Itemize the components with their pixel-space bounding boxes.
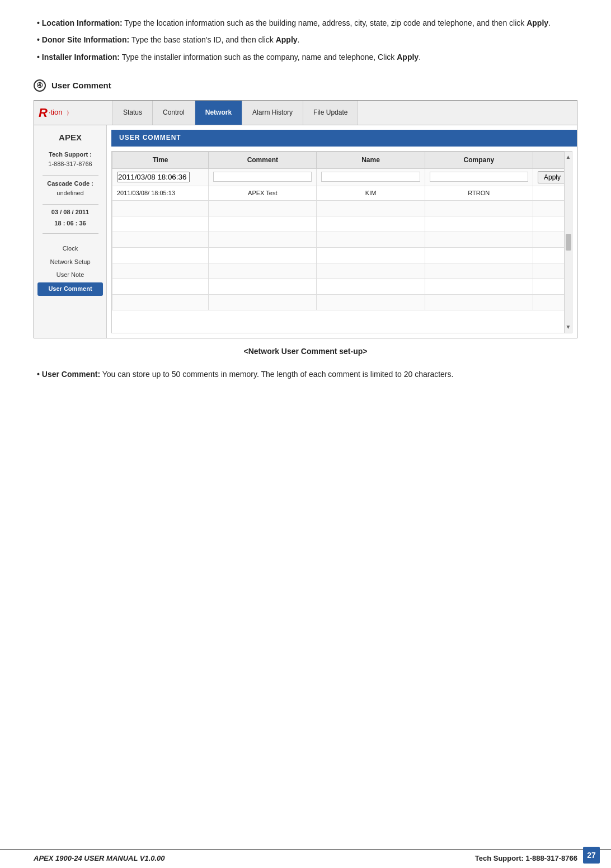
sidebar-item-user-comment[interactable]: User Comment	[37, 282, 102, 296]
comment-table-wrapper: Time Comment Name Company	[111, 151, 572, 334]
name-input[interactable]	[321, 172, 420, 182]
scroll-down-icon[interactable]: ▼	[565, 322, 572, 333]
tab-file-update[interactable]: File Update	[303, 101, 358, 125]
row-comment: APEX Test	[209, 186, 317, 201]
sidebar-cascade-code: Cascade Code : undefined	[47, 179, 93, 197]
row-time: 2011/03/08/ 18:05:13	[112, 186, 209, 201]
table-row-empty-2	[112, 216, 572, 232]
page-number: 27	[583, 847, 600, 864]
bullet-installer-label: Installer Information:	[42, 53, 120, 62]
comment-input[interactable]	[213, 172, 312, 182]
col-company: Company	[425, 152, 533, 168]
nav-tabs: Status Control Network Alarm History Fil…	[112, 101, 577, 125]
top-nav-bar: R ·tion Status Control Network Alarm His…	[34, 101, 577, 125]
sidebar-divider-1	[43, 175, 98, 176]
user-comment-text: You can store up to 50 comments in memor…	[100, 370, 453, 379]
bullet-location-apply: Apply	[527, 18, 548, 27]
sidebar-time: 18 : 06 : 36	[54, 219, 86, 228]
col-time: Time	[112, 152, 209, 168]
tab-control[interactable]: Control	[152, 101, 195, 125]
bullet-donor-label: Donor Site Information:	[42, 35, 129, 44]
panel-body: APEX Tech Support : 1-888-317-8766 Casca…	[34, 125, 577, 338]
bullet-donor-text: Type the base station's ID, and then cli…	[129, 35, 276, 44]
sidebar-divider-3	[43, 233, 98, 234]
table-row-empty-5	[112, 263, 572, 279]
sidebar-nav: Clock Network Setup User Note User Comme…	[34, 243, 106, 295]
table-row-empty-4	[112, 248, 572, 263]
tab-network[interactable]: Network	[195, 101, 242, 125]
tab-status[interactable]: Status	[112, 101, 153, 125]
tab-alarm-history[interactable]: Alarm History	[242, 101, 303, 125]
comment-table: Time Comment Name Company	[112, 152, 572, 311]
bullet-installer-text: Type the installer information such as t…	[120, 53, 397, 62]
logo-wing-icon	[63, 109, 71, 117]
bullet-installer-apply: Apply	[397, 53, 419, 62]
table-header-row: Time Comment Name Company	[112, 152, 572, 168]
sidebar-divider-2	[43, 204, 98, 205]
table-row: 2011/03/08/ 18:05:13 APEX Test KIM RTRON	[112, 186, 572, 201]
input-time-cell	[112, 168, 209, 186]
company-input[interactable]	[430, 172, 528, 182]
footer-right-text: Tech Support: 1-888-317-8766	[475, 853, 577, 865]
section-heading: ④ User Comment	[34, 79, 577, 92]
table-row-empty-7	[112, 295, 572, 310]
col-name: Name	[317, 152, 425, 168]
col-comment: Comment	[209, 152, 317, 168]
bullet-location-text: Type the location information such as th…	[123, 18, 527, 27]
sidebar-tech-support: Tech Support : 1-888-317-8766	[48, 150, 92, 168]
main-content: USER COMMENT Time Comment Name Company	[107, 125, 577, 338]
logo-tion: ·tion	[49, 107, 63, 119]
footer-left-text: APEX 1900-24 USER MANUAL V1.0.00	[34, 853, 165, 865]
sidebar-date: 03 / 08 / 2011	[51, 208, 89, 216]
bullet-donor: Donor Site Information: Type the base st…	[34, 34, 577, 46]
time-input[interactable]	[117, 172, 190, 182]
row-company: RTRON	[425, 186, 533, 201]
logo-r-icon: R	[39, 103, 48, 122]
section-title-text: User Comment	[51, 79, 111, 92]
page-footer: APEX 1900-24 USER MANUAL V1.0.00 Tech Su…	[0, 849, 611, 868]
content-tab-label: USER COMMENT	[111, 130, 577, 146]
bullet-donor-apply: Apply	[276, 35, 298, 44]
section-number: ④	[34, 79, 46, 92]
sidebar-item-user-note[interactable]: User Note	[37, 269, 102, 281]
input-row: Apply	[112, 168, 572, 186]
scrollbar[interactable]: ▲ ▼	[564, 152, 572, 333]
input-comment-cell	[209, 168, 317, 186]
scroll-thumb[interactable]	[566, 234, 571, 251]
sidebar-brand: APEX	[59, 131, 82, 144]
table-row-empty-6	[112, 279, 572, 295]
bullet-location: Location Information: Type the location …	[34, 17, 577, 29]
scroll-up-icon[interactable]: ▲	[565, 152, 572, 163]
row-name: KIM	[317, 186, 425, 201]
bullet-location-label: Location Information:	[42, 18, 123, 27]
ui-panel: R ·tion Status Control Network Alarm His…	[34, 100, 577, 338]
apply-button[interactable]: Apply	[538, 171, 567, 183]
nav-spacer: R ·tion	[34, 101, 112, 125]
input-name-cell	[317, 168, 425, 186]
figure-caption: <Network User Comment set-up>	[34, 345, 577, 357]
bullet-installer: Installer Information: Type the installe…	[34, 51, 577, 63]
user-comment-label: User Comment:	[42, 370, 100, 379]
sidebar-item-network-setup[interactable]: Network Setup	[37, 256, 102, 268]
sidebar-item-clock[interactable]: Clock	[37, 243, 102, 255]
table-row-empty-1	[112, 201, 572, 216]
input-company-cell	[425, 168, 533, 186]
sidebar: APEX Tech Support : 1-888-317-8766 Casca…	[34, 125, 107, 338]
table-row-empty-3	[112, 232, 572, 248]
bullet-user-comment: User Comment: You can store up to 50 com…	[34, 368, 577, 380]
